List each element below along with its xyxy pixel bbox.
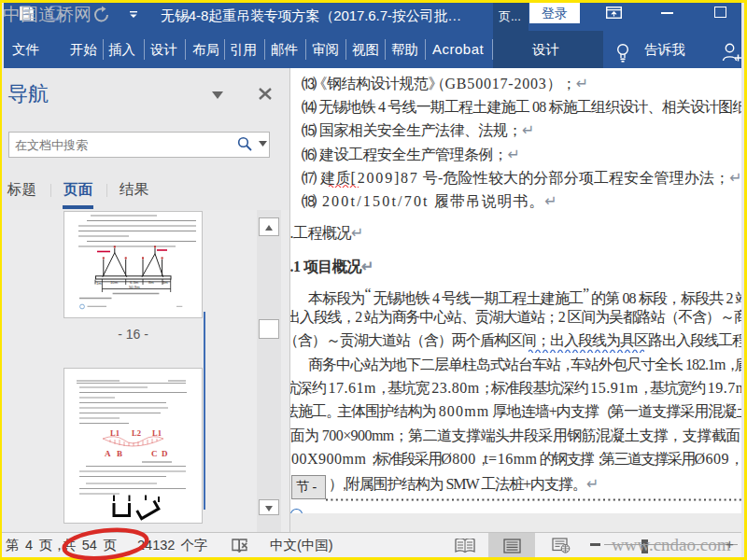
svg-text:B: B bbox=[117, 449, 122, 458]
svg-text:10m: 10m bbox=[110, 280, 119, 285]
svg-text:50.9m: 50.9m bbox=[129, 285, 140, 289]
svg-text:8m: 8m bbox=[148, 280, 154, 285]
svg-text:A: A bbox=[105, 449, 111, 458]
svg-text:D: D bbox=[162, 449, 168, 458]
svg-text:1m: 1m bbox=[96, 281, 102, 286]
svg-text:L2: L2 bbox=[132, 428, 141, 438]
svg-text:C: C bbox=[151, 449, 158, 458]
svg-text:4m: 4m bbox=[162, 280, 168, 285]
